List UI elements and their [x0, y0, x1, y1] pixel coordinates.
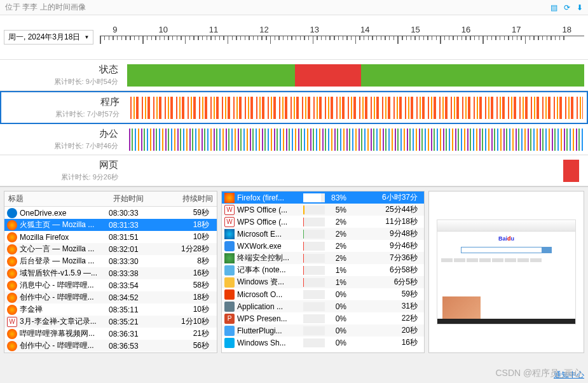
- app-icon: [224, 302, 235, 312]
- timeline-name: 办公: [3, 128, 118, 140]
- row-title: 3月-李金禅-文章记录...: [20, 316, 109, 327]
- program-duration: 31秒: [346, 301, 421, 312]
- timeline-web[interactable]: 网页 累计时长: 9分26秒: [0, 155, 588, 186]
- col-start[interactable]: 开始时间: [109, 192, 154, 206]
- row-title: 哔哩哔哩弹幕视频网...: [20, 328, 109, 339]
- percent-value: 2%: [327, 242, 346, 251]
- date-value: 周一, 2024年3月18日: [8, 32, 80, 43]
- term-icon: [224, 253, 235, 263]
- time-ruler: 9101112131415161718: [100, 25, 584, 50]
- table-row[interactable]: 文心一言 — Mozilla ...08:32:011分28秒: [4, 243, 217, 255]
- row-title: 域智盾软件-v1.5.9 —...: [20, 268, 109, 279]
- firefox-icon: [7, 244, 17, 254]
- firefox-icon: [7, 220, 17, 230]
- program-row[interactable]: FlutterPlugi...0%20秒: [222, 324, 424, 337]
- row-start: 08:31:33: [109, 221, 153, 230]
- program-name: Windows 资...: [237, 277, 301, 288]
- timeline-name: 网页: [3, 159, 118, 171]
- program-name: Application ...: [237, 302, 301, 311]
- program-name: Windows Sh...: [237, 338, 301, 347]
- program-row[interactable]: 终端安全控制...2%7分36秒: [222, 252, 424, 264]
- percent-value: 1%: [327, 278, 346, 287]
- download-icon[interactable]: ⬇: [577, 3, 583, 12]
- timeline-program[interactable]: 程序 累计时长: 7小时57分: [0, 91, 588, 124]
- program-row[interactable]: WWPS Office (...5%25分44秒: [222, 204, 424, 216]
- firefox-icon: [7, 329, 17, 339]
- program-row[interactable]: Application ...0%31秒: [222, 300, 424, 312]
- row-start: 08:35:11: [109, 305, 153, 314]
- table-row[interactable]: 哔哩哔哩弹幕视频网...08:36:3121秒: [4, 328, 217, 340]
- timeline-subtitle: 累计时长: 9小时54分: [3, 77, 118, 87]
- col-duration[interactable]: 持续时间: [154, 192, 217, 206]
- row-duration: 18秒: [153, 292, 214, 303]
- program-row[interactable]: Microsoft E...2%9分48秒: [222, 228, 424, 240]
- program-name: FlutterPlugi...: [237, 326, 301, 335]
- export-icon[interactable]: ▤: [550, 3, 557, 12]
- row-duration: 10秒: [153, 232, 214, 242]
- timeline-subtitle: 累计时长: 7小时46分: [3, 141, 118, 151]
- program-row[interactable]: PWPS Presen...0%22秒: [222, 312, 424, 324]
- row-title: 创作中心 - 哔哩哔哩...: [20, 340, 109, 351]
- percent-bar: [303, 278, 325, 287]
- timeline-office[interactable]: 办公 累计时长: 7小时46分: [0, 124, 588, 155]
- row-title: OneDrive.exe: [20, 209, 109, 218]
- window-title: 位于 李李 上的时间画像: [5, 2, 550, 13]
- program-duration: 25分44秒: [346, 204, 421, 215]
- percent-bar: [303, 230, 325, 239]
- table-row[interactable]: 创作中心 - 哔哩哔哩...08:36:5356秒: [4, 340, 217, 352]
- row-start: 08:36:31: [109, 330, 153, 338]
- table-row[interactable]: W3月-李金禅-文章记录...08:35:211分10秒: [4, 316, 217, 328]
- col-title[interactable]: 标题: [4, 192, 109, 206]
- percent-value: 0%: [327, 338, 346, 347]
- row-start: 08:33:54: [109, 281, 153, 290]
- row-start: 08:31:51: [109, 233, 153, 242]
- screenshot-thumbnail[interactable]: Baidu: [437, 219, 576, 324]
- percent-value: 2%: [327, 254, 346, 263]
- row-start: 08:33:38: [109, 269, 153, 278]
- row-start: 08:32:01: [109, 245, 153, 254]
- program-name: Microsoft E...: [237, 230, 301, 239]
- table-row[interactable]: 域智盾软件-v1.5.9 —...08:33:3816秒: [4, 267, 217, 279]
- row-duration: 59秒: [153, 207, 214, 218]
- table-row[interactable]: 李金禅08:35:1110秒: [4, 303, 217, 316]
- firefox-icon: [7, 232, 17, 242]
- percent-value: 5%: [327, 205, 346, 214]
- program-row[interactable]: 记事本 (note...1%6分58秒: [222, 264, 424, 276]
- program-row[interactable]: Microsoft O...0%59秒: [222, 288, 424, 300]
- edge-icon: [224, 229, 235, 239]
- program-row[interactable]: Windows 资...1%6分5秒: [222, 276, 424, 288]
- row-start: 08:33:30: [109, 257, 153, 266]
- wx-icon: [224, 241, 235, 251]
- program-row[interactable]: WWPS Office (...2%11分18秒: [222, 216, 424, 228]
- percent-bar: [303, 242, 325, 251]
- date-picker[interactable]: 周一, 2024年3月18日 ▼: [4, 30, 93, 45]
- percent-value: 0%: [327, 326, 346, 335]
- table-row[interactable]: 消息中心 - 哔哩哔哩...08:33:5458秒: [4, 279, 217, 291]
- note-icon: [224, 265, 235, 275]
- percent-bar: [303, 314, 325, 323]
- program-duration: 6分5秒: [346, 277, 421, 288]
- table-row[interactable]: 火狐主页 — Mozilla ...08:31:3318秒: [4, 219, 217, 231]
- row-start: 08:35:21: [109, 317, 153, 326]
- folder-icon: [224, 277, 235, 288]
- program-duration: 7分36秒: [346, 253, 421, 263]
- table-row[interactable]: 创作中心 - 哔哩哔哩...08:34:5218秒: [4, 291, 217, 303]
- percent-bar: [303, 266, 325, 275]
- program-row[interactable]: Firefox (firef...83%6小时37分: [222, 192, 424, 204]
- flutter-icon: [224, 326, 235, 336]
- row-duration: 1分28秒: [153, 244, 214, 254]
- refresh-icon[interactable]: ⟳: [564, 3, 570, 12]
- table-row[interactable]: 后台登录 — Mozilla ...08:33:308秒: [4, 255, 217, 267]
- row-duration: 56秒: [153, 340, 214, 351]
- notification-center-link[interactable]: 通知中心: [554, 370, 584, 380]
- program-row[interactable]: Windows Sh...0%16秒: [222, 337, 424, 349]
- program-name: WPS Office (...: [237, 205, 301, 214]
- percent-value: 0%: [327, 314, 346, 323]
- program-name: 记事本 (note...: [237, 265, 301, 275]
- row-start: 08:36:53: [109, 342, 153, 351]
- timeline-status[interactable]: 状态 累计时长: 9小时54分: [0, 60, 588, 91]
- table-row[interactable]: OneDrive.exe08:30:3359秒: [4, 207, 217, 219]
- table-row[interactable]: Mozilla Firefox08:31:5110秒: [4, 231, 217, 243]
- program-row[interactable]: WXWork.exe2%9分46秒: [222, 240, 424, 252]
- row-title: 后台登录 — Mozilla ...: [20, 256, 109, 267]
